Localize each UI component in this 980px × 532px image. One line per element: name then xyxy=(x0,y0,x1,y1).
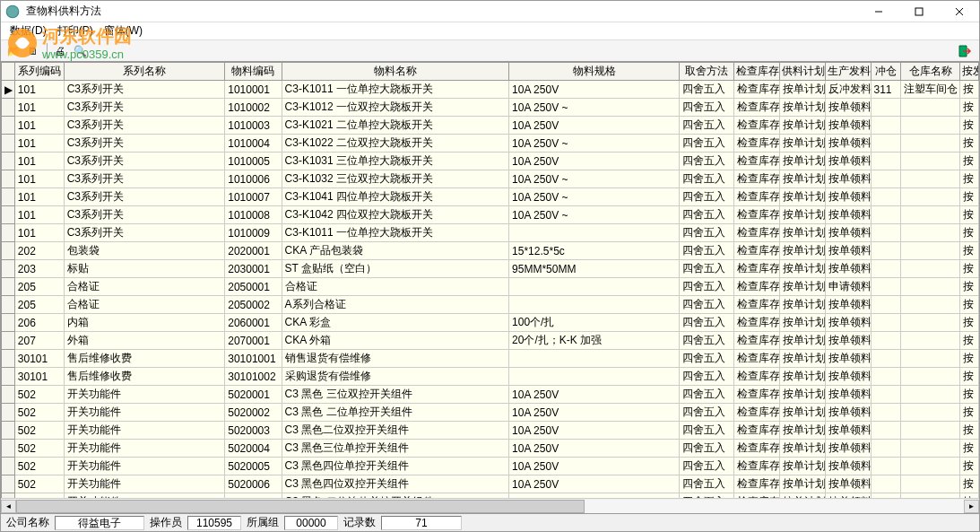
menu-data[interactable]: 数据(D) xyxy=(4,23,52,39)
cell-mat-name[interactable]: CKA 外箱 xyxy=(282,332,508,350)
cell-series-code[interactable]: 101 xyxy=(14,81,64,99)
cell-method[interactable]: 四舍五入 xyxy=(680,135,734,153)
cell-series-code[interactable]: 101 xyxy=(14,188,64,206)
table-row[interactable]: 101C3系列开关1010004C3-K1022 二位双控大跷板开关10A 25… xyxy=(2,135,979,153)
cell-check[interactable]: 检查库存 xyxy=(734,422,780,440)
cell-mat-name[interactable]: CKA 产品包装袋 xyxy=(282,242,508,260)
scroll-left-button[interactable]: ◄ xyxy=(1,500,16,513)
cell-method[interactable]: 四舍五入 xyxy=(680,260,734,278)
cell-series-name[interactable]: 售后维修收费 xyxy=(64,350,225,368)
cell-chongku[interactable] xyxy=(871,117,901,135)
cell-mat-name[interactable]: C3-K1022 二位双控大跷板开关 xyxy=(282,135,508,153)
cell-mat-name[interactable]: C3 黑色二位双控开关组件 xyxy=(282,422,508,440)
cell-last[interactable]: 按 xyxy=(959,458,978,475)
cell-mat-name[interactable]: C3-K1021 二位单控大跷板开关 xyxy=(282,117,508,135)
cell-check[interactable]: 检查库存 xyxy=(734,81,780,99)
cell-check[interactable]: 检查库存 xyxy=(734,475,780,493)
cell-chongku[interactable] xyxy=(871,296,901,314)
cell-warehouse[interactable] xyxy=(901,206,959,224)
cell-check[interactable]: 检查库存 xyxy=(734,278,780,296)
cell-series-name[interactable]: 开关功能件 xyxy=(64,475,225,493)
cell-mat-code[interactable]: 1010008 xyxy=(225,206,282,224)
cell-plan[interactable]: 按单计划 xyxy=(780,350,826,368)
cell-check[interactable]: 检查库存 xyxy=(734,386,780,404)
table-row[interactable]: 502开关功能件5020006C3 黑色四位双控开关组件10A 250V四舍五入… xyxy=(2,475,979,493)
cell-prod[interactable]: 按单领料 xyxy=(825,350,871,368)
table-row[interactable]: 203标贴2030001ST 盒贴纸（空白）95MM*50MM四舍五入检查库存按… xyxy=(2,260,979,278)
cell-method[interactable]: 四舍五入 xyxy=(680,153,734,170)
cell-last[interactable]: 按 xyxy=(959,135,978,153)
table-row[interactable]: 206内箱2060001CKA 彩盒100个/扎四舍五入检查库存按单计划按单领料… xyxy=(2,314,979,332)
cell-series-code[interactable]: 207 xyxy=(14,332,64,350)
cell-method[interactable]: 四舍五入 xyxy=(680,493,734,499)
cell-series-name[interactable]: C3系列开关 xyxy=(64,99,225,117)
cell-plan[interactable]: 按单计划 xyxy=(780,332,826,350)
cell-series-code[interactable]: 101 xyxy=(14,206,64,224)
table-row[interactable]: 101C3系列开关1010009C3-K1011 一位单控大跷板开关四舍五入检查… xyxy=(2,224,979,242)
table-row[interactable]: 30101售后维修收费30101002采购退货有偿维修四舍五入检查库存按单计划按… xyxy=(2,368,979,386)
cell-plan[interactable]: 按单计划 xyxy=(780,458,826,475)
cell-mat-code[interactable]: 5020004 xyxy=(225,440,282,458)
cell-plan[interactable]: 按单计划 xyxy=(780,368,826,386)
cell-series-name[interactable]: C3系列开关 xyxy=(64,170,225,188)
cell-mat-spec[interactable]: 10A 250V ~ xyxy=(509,135,680,153)
cell-last[interactable]: 按 xyxy=(959,81,978,99)
cell-warehouse[interactable] xyxy=(901,422,959,440)
cell-last[interactable]: 按 xyxy=(959,117,978,135)
cell-check[interactable]: 检查库存 xyxy=(734,242,780,260)
cell-last[interactable]: 按 xyxy=(959,404,978,422)
cell-series-code[interactable]: 502 xyxy=(14,422,64,440)
cell-series-name[interactable]: C3系列开关 xyxy=(64,224,225,242)
cell-mat-spec[interactable]: 100个/扎 xyxy=(509,314,680,332)
cell-mat-code[interactable]: 1010001 xyxy=(225,81,282,99)
cell-warehouse[interactable] xyxy=(901,188,959,206)
cell-mat-name[interactable]: ST 盒贴纸（空白） xyxy=(282,260,508,278)
cell-last[interactable]: 按 xyxy=(959,296,978,314)
table-row[interactable]: 101C3系列开关1010002C3-K1012 一位双控大跷板开关10A 25… xyxy=(2,99,979,117)
row-marker[interactable] xyxy=(2,368,15,386)
row-marker[interactable] xyxy=(2,188,15,206)
row-marker[interactable] xyxy=(2,242,15,260)
cell-series-code[interactable]: 502 xyxy=(14,386,64,404)
cell-prod[interactable]: 按单领料 xyxy=(825,314,871,332)
cell-series-name[interactable]: C3系列开关 xyxy=(64,135,225,153)
menu-print[interactable]: 打印(P) xyxy=(52,23,99,39)
cell-plan[interactable]: 按单计划 xyxy=(780,153,826,170)
cell-chongku[interactable] xyxy=(871,278,901,296)
cell-chongku[interactable]: 311 xyxy=(871,81,901,99)
cell-series-code[interactable]: 502 xyxy=(14,475,64,493)
row-marker[interactable] xyxy=(2,458,15,475)
cell-series-code[interactable]: 101 xyxy=(14,135,64,153)
col-last[interactable]: 按发 xyxy=(959,63,978,81)
cell-plan[interactable]: 按单计划 xyxy=(780,117,826,135)
cell-prod[interactable]: 按单领料 xyxy=(825,475,871,493)
cell-prod[interactable]: 按单领料 xyxy=(825,368,871,386)
cell-series-name[interactable]: C3系列开关 xyxy=(64,188,225,206)
cell-series-name[interactable]: 合格证 xyxy=(64,296,225,314)
cell-plan[interactable]: 按单计划 xyxy=(780,475,826,493)
cell-mat-code[interactable]: 1010007 xyxy=(225,188,282,206)
cell-check[interactable]: 检查库存 xyxy=(734,188,780,206)
cell-mat-name[interactable]: C3-K1011 一位单控大跷板开关 xyxy=(282,224,508,242)
cell-mat-spec[interactable] xyxy=(509,368,680,386)
cell-check[interactable]: 检查库存 xyxy=(734,404,780,422)
row-marker[interactable] xyxy=(2,170,15,188)
cell-plan[interactable]: 按单计划 xyxy=(780,404,826,422)
toolbar-print-button[interactable]: 🖨 xyxy=(51,42,69,60)
cell-chongku[interactable] xyxy=(871,314,901,332)
cell-check[interactable]: 检查库存 xyxy=(734,135,780,153)
cell-method[interactable]: 四舍五入 xyxy=(680,440,734,458)
cell-check[interactable]: 检查库存 xyxy=(734,368,780,386)
cell-series-code[interactable]: 202 xyxy=(14,242,64,260)
table-row[interactable]: 502开关功能件5020004C3 黑色三位单控开关组件10A 250V四舍五入… xyxy=(2,440,979,458)
cell-mat-code[interactable]: 1010003 xyxy=(225,117,282,135)
cell-mat-spec[interactable] xyxy=(509,278,680,296)
cell-warehouse[interactable] xyxy=(901,278,959,296)
cell-warehouse[interactable] xyxy=(901,117,959,135)
cell-mat-code[interactable]: 1010006 xyxy=(225,170,282,188)
row-marker[interactable] xyxy=(2,296,15,314)
cell-last[interactable]: 按 xyxy=(959,350,978,368)
cell-series-code[interactable]: 502 xyxy=(14,440,64,458)
cell-method[interactable]: 四舍五入 xyxy=(680,99,734,117)
scroll-track[interactable] xyxy=(16,500,964,513)
